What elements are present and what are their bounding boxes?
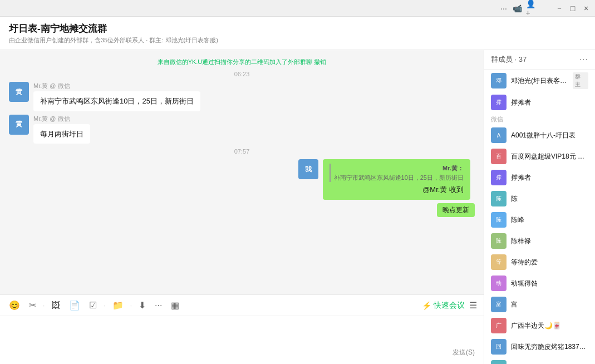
- folder-button[interactable]: 📁: [110, 299, 126, 312]
- avatar-self-3: 我: [298, 159, 318, 179]
- timestamp-0757: 07:57: [9, 148, 475, 155]
- member-avatar-11: 富: [491, 297, 507, 312]
- member-avatar-8: 陈: [491, 233, 507, 249]
- titlebar-buttons: ··· 📹 👤+ － □ ×: [499, 4, 591, 13]
- toolbar: 😊 ✂ · 🖼 📄 ☑ · 📁 · ⬇ ··· ▦ ⚡ 快速会议 ☰: [0, 295, 484, 316]
- sidebar-more-button[interactable]: ···: [579, 55, 588, 65]
- main-area: 来自微信的YK.U通过扫描你分享的二维码加入了外部群聊 撤销 06:23 黄 M…: [0, 50, 595, 364]
- member-name-3: A001微胖十八-圩日表: [511, 131, 576, 140]
- toolbar-sep-3: ·: [130, 302, 132, 309]
- messages-container: 来自微信的YK.U通过扫描你分享的二维码加入了外部群聊 撤销 06:23 黄 M…: [0, 50, 484, 294]
- member-avatar-6: 陈: [491, 191, 507, 206]
- member-info-3: A001微胖十八-圩日表: [511, 131, 588, 140]
- member-item-11[interactable]: 富富: [484, 294, 595, 315]
- chat-header: 圩日表-南宁地摊交流群 由企业微信用户创建的外部群，含35位外部联系人 · 群主…: [0, 17, 595, 50]
- toolbar-sep-1: ·: [43, 302, 45, 309]
- scissors-button[interactable]: ✂: [27, 299, 38, 312]
- member-item-9[interactable]: 等等待的爱: [484, 252, 595, 273]
- member-name-5: 撑摊者: [511, 173, 531, 183]
- quick-meeting-icon: ⚡: [422, 301, 431, 310]
- member-item-6[interactable]: 陈陈: [484, 188, 595, 209]
- member-info-4: 百度网盘超级VIP18元 虚拟...: [511, 152, 588, 161]
- chat-area: 来自微信的YK.U通过扫描你分享的二维码加入了外部群聊 撤销 06:23 黄 M…: [0, 50, 484, 364]
- sidebar-members: 邓邓池光(圩日表客服)群主撑撑摊者微信AA001微胖十八-圩日表百百度网盘超级V…: [484, 70, 595, 364]
- add-member-button[interactable]: 👤+: [526, 4, 535, 13]
- quick-meeting-label: 快速会议: [434, 301, 465, 311]
- arrow-button[interactable]: ⬇: [136, 299, 148, 312]
- extra-button[interactable]: ▦: [169, 299, 181, 312]
- member-avatar-4: 百: [491, 149, 507, 164]
- member-name-12: 广西半边天🌙🀄: [511, 321, 561, 331]
- msg-bubble-2: 每月两街圩日: [33, 124, 90, 144]
- close-button[interactable]: ×: [582, 4, 591, 13]
- timestamp-0623: 06:23: [9, 71, 475, 77]
- revoke-link[interactable]: 撤销: [314, 58, 326, 65]
- message-row-4: 晚点更新: [9, 203, 475, 217]
- chat-title: 圩日表-南宁地摊交流群: [9, 22, 107, 35]
- quoted-text-3: 补南宁市武鸣区东风街逢10日，25日，新历街日: [334, 174, 464, 181]
- member-item-1[interactable]: 撑撑摊者: [484, 92, 595, 113]
- member-item-0[interactable]: 邓邓池光(圩日表客服)群主: [484, 70, 595, 92]
- quick-meeting-button[interactable]: ⚡ 快速会议: [422, 301, 465, 311]
- member-item-3[interactable]: AA001微胖十八-圩日表: [484, 125, 595, 146]
- member-item-4[interactable]: 百百度网盘超级VIP18元 虚拟...: [484, 146, 595, 167]
- member-item-12[interactable]: 广广西半边天🌙🀄: [484, 315, 595, 336]
- emoji-button[interactable]: 😊: [7, 299, 22, 312]
- member-item-13[interactable]: 回回味无穷脆皮烤猪1837679...: [484, 336, 595, 357]
- quoted-ref-3: Mr.黄： 补南宁市武鸣区东风街逢10日，25日，新历街日: [330, 164, 464, 182]
- member-item-5[interactable]: 撑撑摊者: [484, 167, 595, 188]
- member-avatar-12: 广: [491, 318, 507, 333]
- member-info-7: 陈峰: [511, 215, 588, 225]
- system-notice[interactable]: 来自微信的YK.U通过扫描你分享的二维码加入了外部群聊 撤销: [9, 58, 475, 66]
- member-name-9: 等待的爱: [511, 258, 538, 267]
- member-name-4: 百度网盘超级VIP18元 虚拟...: [511, 152, 588, 161]
- member-item-7[interactable]: 陈陈峰: [484, 209, 595, 230]
- member-item-14[interactable]: JJKl: [484, 357, 595, 364]
- member-info-12: 广西半边天🌙🀄: [511, 321, 588, 331]
- member-category-2: 微信: [484, 113, 595, 125]
- msg-content-2: Mr.黄 @ 微信 每月两街圩日: [33, 115, 90, 144]
- member-info-6: 陈: [511, 194, 588, 204]
- sidebar-header: 群成员 · 37 ···: [484, 50, 595, 70]
- video-call-button[interactable]: 📹: [513, 4, 522, 13]
- member-item-10[interactable]: 动动辄得咎: [484, 273, 595, 294]
- member-item-8[interactable]: 陈陈梓禄: [484, 230, 595, 252]
- msg-bubble-3: Mr.黄： 补南宁市武鸣区东风街逢10日，25日，新历街日 @Mr.黄 收到: [323, 159, 470, 200]
- member-info-10: 动辄得咎: [511, 279, 588, 288]
- sidebar: 群成员 · 37 ··· 邓邓池光(圩日表客服)群主撑撑摊者微信AA001微胖十…: [484, 50, 595, 364]
- member-name-13: 回味无穷脆皮烤猪1837679...: [511, 342, 588, 352]
- member-info-8: 陈梓禄: [511, 237, 588, 246]
- member-tag-0: 群主: [573, 72, 588, 89]
- image-button[interactable]: 🖼: [49, 299, 62, 312]
- avatar-mr-huang-2: 黄: [9, 115, 29, 135]
- check-button[interactable]: ☑: [87, 299, 99, 312]
- member-name-6: 陈: [511, 194, 518, 204]
- sidebar-title: 群成员 · 37: [491, 55, 527, 65]
- member-avatar-3: A: [491, 127, 507, 143]
- member-avatar-0: 邓: [491, 73, 507, 88]
- member-name-7: 陈峰: [511, 215, 524, 225]
- member-avatar-5: 撑: [491, 170, 507, 185]
- send-button[interactable]: 发送(S): [453, 348, 475, 357]
- more-button[interactable]: ···: [499, 4, 508, 13]
- message-row-2: 黄 Mr.黄 @ 微信 每月两街圩日: [9, 115, 475, 144]
- titlebar: ··· 📹 👤+ － □ ×: [0, 0, 595, 17]
- member-avatar-13: 回: [491, 339, 507, 355]
- message-input[interactable]: [9, 321, 475, 346]
- file-button[interactable]: 📄: [67, 299, 82, 312]
- msg-bubble-1: 补南宁市武鸣区东风街逢10日，25日，新历街日: [33, 91, 200, 111]
- toolbar-sep-2: ·: [104, 302, 105, 309]
- send-row: 发送(S): [9, 346, 475, 360]
- maximize-button[interactable]: □: [568, 4, 577, 13]
- message-row-3: Mr.黄： 补南宁市武鸣区东风街逢10日，25日，新历街日 @Mr.黄 收到 我: [9, 159, 475, 200]
- quoted-sender-3: Mr.黄：: [442, 165, 464, 171]
- member-avatar-14: J: [491, 360, 507, 364]
- list-button[interactable]: ☰: [469, 300, 477, 311]
- member-name-8: 陈梓禄: [511, 237, 531, 246]
- late-update-tag[interactable]: 晚点更新: [437, 203, 475, 217]
- dots-button[interactable]: ···: [153, 299, 164, 312]
- member-info-5: 撑摊者: [511, 173, 588, 183]
- minimize-button[interactable]: －: [555, 4, 564, 13]
- msg-text-3: @Mr.黄 收到: [330, 184, 464, 195]
- msg-content-3: Mr.黄： 补南宁市武鸣区东风街逢10日，25日，新历街日 @Mr.黄 收到: [323, 159, 470, 200]
